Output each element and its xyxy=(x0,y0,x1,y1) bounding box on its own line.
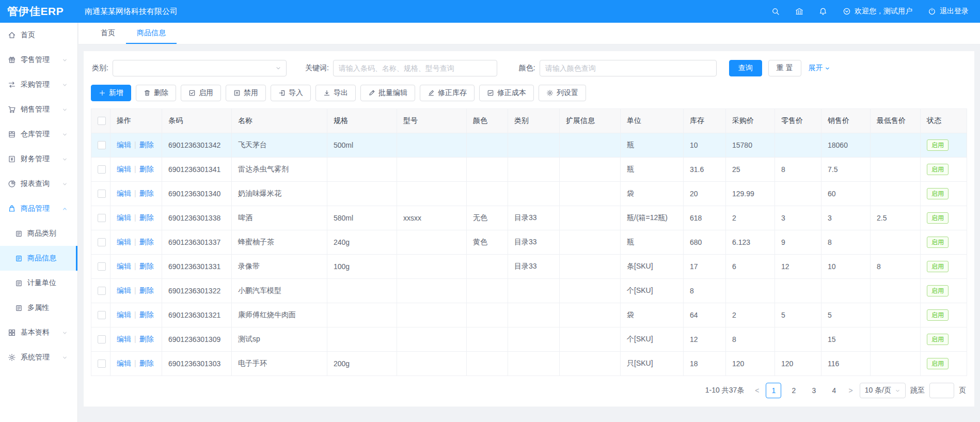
cell-retail: 5 xyxy=(775,303,821,327)
edit-link[interactable]: 编辑 xyxy=(117,165,131,173)
import-button[interactable]: 导入 xyxy=(271,85,311,101)
cell-name: 康师傅红烧牛肉面 xyxy=(232,303,327,327)
delete-link[interactable]: 删除 xyxy=(139,262,154,270)
fix-stock-button[interactable]: 修正库存 xyxy=(420,85,475,101)
enable-button[interactable]: 启用 xyxy=(181,85,221,101)
cell-barcode: 6901236301342 xyxy=(162,133,232,158)
logout-button[interactable]: 退出登录 xyxy=(928,7,969,16)
edit-link[interactable]: 编辑 xyxy=(117,189,131,197)
cell-model xyxy=(397,230,467,255)
sidebar-subitem-product-info[interactable]: 商品信息 xyxy=(0,246,77,271)
edit-link[interactable]: 编辑 xyxy=(117,310,131,319)
prev-page-icon[interactable]: < xyxy=(753,386,761,395)
cell-ext xyxy=(560,158,621,182)
search-icon[interactable] xyxy=(771,7,780,15)
delete-link[interactable]: 删除 xyxy=(139,286,154,294)
sidebar-item-basic-data[interactable]: 基本资料 xyxy=(0,320,77,345)
keyword-input[interactable] xyxy=(333,60,497,76)
sidebar-subitem-measure-unit[interactable]: 计量单位 xyxy=(0,271,77,295)
row-checkbox[interactable] xyxy=(98,190,106,198)
cell-model xyxy=(397,158,467,182)
sidebar-subitem-multi-attr[interactable]: 多属性 xyxy=(0,295,77,320)
cell-spec xyxy=(327,303,397,327)
checkbox-cell xyxy=(91,133,110,158)
import-icon xyxy=(278,89,286,97)
row-checkbox[interactable] xyxy=(98,262,106,271)
disable-button[interactable]: 禁用 xyxy=(226,85,266,101)
sidebar-item-finance[interactable]: 财务管理 xyxy=(0,147,77,171)
sidebar-item-purchase[interactable]: 采购管理 xyxy=(0,72,77,97)
sidebar-item-retail[interactable]: 零售管理 xyxy=(0,48,77,72)
row-checkbox[interactable] xyxy=(98,238,106,246)
row-checkbox[interactable] xyxy=(98,165,106,174)
page-button[interactable]: 4 xyxy=(826,383,842,398)
edit-link[interactable]: 编辑 xyxy=(117,286,131,294)
page-button[interactable]: 2 xyxy=(786,383,801,398)
edit-link[interactable]: 编辑 xyxy=(117,359,131,367)
category-select[interactable] xyxy=(113,60,287,76)
delete-link[interactable]: 删除 xyxy=(139,335,154,343)
sidebar-item-products[interactable]: 商品管理 xyxy=(0,196,77,221)
cell-color xyxy=(467,182,508,206)
page-size-select[interactable]: 10 条/页 xyxy=(860,383,906,398)
home-icon xyxy=(8,31,16,39)
sidebar-item-system[interactable]: 系统管理 xyxy=(0,345,77,370)
batch-edit-button[interactable]: 批量编辑 xyxy=(360,85,415,101)
sidebar-item-sales[interactable]: 销售管理 xyxy=(0,97,77,122)
cell-color: 无色 xyxy=(467,206,508,230)
search-button[interactable]: 查询 xyxy=(729,60,762,76)
cell-purchase: 6 xyxy=(726,255,775,279)
delete-link[interactable]: 删除 xyxy=(139,189,154,197)
row-checkbox[interactable] xyxy=(98,335,106,343)
sidebar-item-home[interactable]: 首页 xyxy=(0,23,77,48)
column-settings-button[interactable]: 列设置 xyxy=(539,85,586,101)
sidebar-item-reports[interactable]: 报表查询 xyxy=(0,171,77,196)
cell-color xyxy=(467,158,508,182)
next-page-icon[interactable]: > xyxy=(846,386,855,395)
column-header: 采购价 xyxy=(726,109,775,133)
page-button[interactable]: 1 xyxy=(766,383,781,398)
column-header: 最低售价 xyxy=(871,109,921,133)
x-square-icon xyxy=(233,89,241,97)
delete-link[interactable]: 删除 xyxy=(139,140,154,149)
bank-icon[interactable] xyxy=(795,7,803,15)
cell-min-price xyxy=(871,158,921,182)
delete-link[interactable]: 删除 xyxy=(139,238,154,246)
row-checkbox[interactable] xyxy=(98,287,106,295)
expand-toggle[interactable]: 展开 xyxy=(809,64,830,73)
edit-link[interactable]: 编辑 xyxy=(117,140,131,149)
tab-home[interactable]: 首页 xyxy=(90,23,126,44)
delete-button[interactable]: 删除 xyxy=(136,85,176,101)
edit-link[interactable]: 编辑 xyxy=(117,335,131,343)
row-checkbox[interactable] xyxy=(98,360,106,368)
checkbox-cell xyxy=(91,352,110,376)
jump-input[interactable] xyxy=(929,383,954,398)
reset-button[interactable]: 重置 xyxy=(768,60,801,76)
cell-retail: 3 xyxy=(775,206,821,230)
status-badge: 启用 xyxy=(927,164,949,175)
fix-cost-button[interactable]: 修正成本 xyxy=(479,85,534,101)
delete-link[interactable]: 删除 xyxy=(139,213,154,222)
edit-link[interactable]: 编辑 xyxy=(117,213,131,222)
delete-link[interactable]: 删除 xyxy=(139,359,154,367)
row-checkbox[interactable] xyxy=(98,141,106,149)
select-all-checkbox[interactable] xyxy=(98,117,106,125)
edit-link[interactable]: 编辑 xyxy=(117,262,131,270)
cell-min-price xyxy=(871,230,921,255)
row-checkbox[interactable] xyxy=(98,311,106,319)
tab-product-info[interactable]: 商品信息 xyxy=(126,23,177,44)
page-button[interactable]: 3 xyxy=(806,383,821,398)
user-welcome[interactable]: 欢迎您，测试用户 xyxy=(843,7,912,16)
color-input[interactable] xyxy=(540,60,717,76)
add-button[interactable]: 新增 xyxy=(91,85,131,101)
bell-icon[interactable] xyxy=(819,7,827,15)
sidebar-item-warehouse[interactable]: 仓库管理 xyxy=(0,122,77,147)
export-button[interactable]: 导出 xyxy=(315,85,356,101)
delete-link[interactable]: 删除 xyxy=(139,310,154,319)
row-checkbox[interactable] xyxy=(98,214,106,222)
cell-color xyxy=(467,303,508,327)
sidebar-subitem-product-category[interactable]: 商品类别 xyxy=(0,221,77,246)
edit-link[interactable]: 编辑 xyxy=(117,238,131,246)
cell-unit: 条[SKU] xyxy=(621,255,684,279)
delete-link[interactable]: 删除 xyxy=(139,165,154,173)
